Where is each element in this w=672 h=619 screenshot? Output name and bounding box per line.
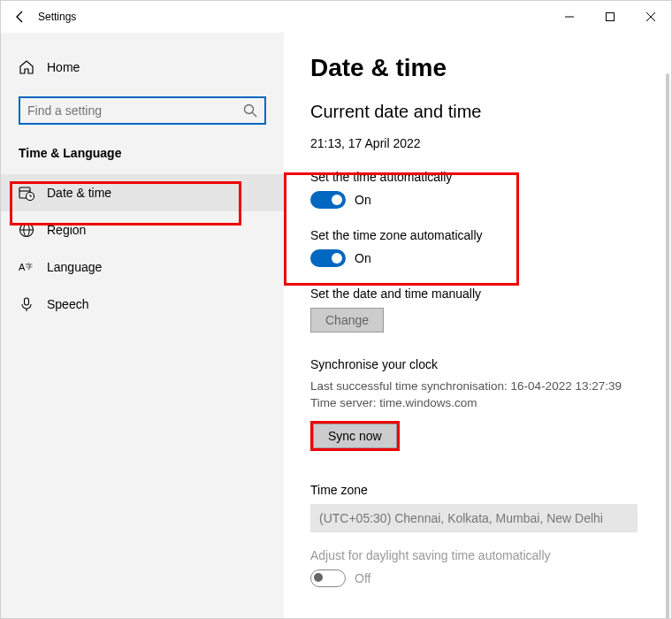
sidebar-item-label: Speech [47, 297, 88, 311]
sidebar-item-region[interactable]: Region [1, 211, 284, 248]
sidebar-category: Time & Language [1, 141, 284, 174]
sidebar-item-label: Date & time [47, 186, 111, 200]
sidebar-item-date-time[interactable]: Date & time [1, 174, 284, 211]
home-icon [19, 59, 34, 75]
svg-point-4 [245, 105, 254, 114]
timezone-title: Time zone [310, 483, 645, 497]
minimize-button[interactable] [549, 1, 590, 33]
search-icon [243, 103, 257, 118]
change-button[interactable]: Change [310, 308, 384, 332]
dst-state: Off [355, 571, 370, 585]
auto-tz-label: Set the time zone automatically [310, 228, 645, 242]
sidebar-item-language[interactable]: A字 Language [1, 248, 284, 286]
content-pane: Date & time Current date and time 21:13,… [284, 33, 671, 618]
search-input[interactable] [27, 103, 243, 118]
auto-time-label: Set the time automatically [310, 170, 645, 184]
scrollbar[interactable] [666, 73, 669, 618]
sync-last: Last successful time synchronisation: 16… [310, 378, 645, 395]
sync-now-button[interactable]: Sync now [313, 424, 397, 448]
back-button[interactable] [8, 1, 33, 33]
sidebar-item-label: Region [47, 223, 86, 237]
sidebar-home-label: Home [47, 60, 80, 74]
sidebar-item-label: Language [47, 260, 102, 274]
svg-rect-1 [607, 13, 615, 21]
dst-toggle [310, 569, 346, 587]
titlebar: Settings [1, 1, 671, 33]
sync-title: Synchronise your clock [310, 357, 645, 371]
settings-window: Settings Home Time & Language [0, 0, 672, 619]
svg-line-5 [253, 113, 257, 118]
maximize-button[interactable] [590, 1, 630, 33]
svg-text:A: A [19, 262, 26, 272]
auto-tz-toggle[interactable] [310, 249, 346, 267]
search-box[interactable] [19, 96, 266, 125]
calendar-clock-icon [19, 185, 34, 201]
timezone-select[interactable]: (UTC+05:30) Chennai, Kolkata, Mumbai, Ne… [310, 504, 638, 532]
sync-server: Time server: time.windows.com [310, 395, 645, 412]
dst-label: Adjust for daylight saving time automati… [310, 548, 645, 562]
page-title: Date & time [310, 54, 645, 82]
auto-tz-state: On [355, 251, 371, 265]
current-datetime: 21:13, 17 April 2022 [310, 136, 645, 150]
window-body: Home Time & Language Date & time Regi [1, 33, 671, 618]
highlight-box-sync: Sync now [310, 421, 400, 451]
svg-rect-16 [25, 298, 29, 305]
sidebar: Home Time & Language Date & time Regi [1, 33, 284, 618]
microphone-icon [19, 296, 34, 312]
sidebar-item-speech[interactable]: Speech [1, 286, 284, 323]
svg-text:字: 字 [26, 263, 33, 271]
auto-time-state: On [355, 193, 371, 207]
language-icon: A字 [19, 259, 34, 275]
window-title: Settings [38, 11, 549, 23]
manual-label: Set the date and time manually [310, 287, 645, 301]
auto-time-toggle[interactable] [310, 191, 346, 209]
globe-icon [19, 222, 34, 238]
sidebar-home[interactable]: Home [1, 52, 284, 82]
close-button[interactable] [630, 1, 671, 33]
section-current: Current date and time [310, 102, 645, 122]
